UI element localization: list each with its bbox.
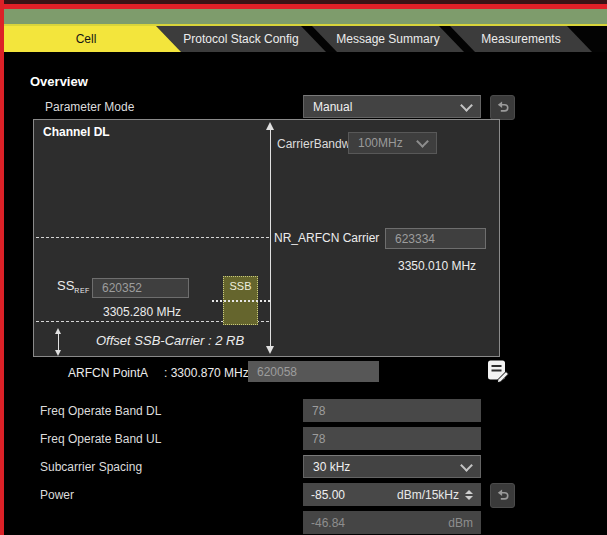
chevron-down-icon [460, 459, 473, 472]
green-header-bar [4, 9, 607, 24]
power-input[interactable]: -85.00 dBm/15kHz [303, 483, 481, 506]
subcarrier-spacing-select[interactable]: 30 kHz [303, 455, 481, 478]
undo-arrow-icon [495, 100, 510, 115]
power-total-unit: dBm [448, 516, 473, 530]
tab-message-summary-label: Message Summary [336, 32, 439, 46]
freq-band-dl-value: 78 [312, 404, 325, 418]
subcarrier-spacing-value: 30 kHz [313, 460, 350, 474]
tab-cell-label: Cell [76, 32, 97, 46]
arfcn-pointa-row: ARFCN PointA : 3300.870 MHz [68, 366, 249, 380]
power-value: -85.00 [311, 488, 345, 502]
ss-ref-value: 620352 [102, 281, 142, 295]
ssb-block-label: SSB [229, 280, 251, 292]
tab-measurements[interactable]: Measurements [450, 26, 592, 52]
arfcn-pointa-freq: : 3300.870 MHz [164, 366, 249, 380]
parameter-mode-select[interactable]: Manual [303, 95, 481, 118]
channel-dl-diagram: Channel DL CarrierBandwidth : 100MHz NR_… [33, 119, 500, 357]
chevron-down-icon [416, 135, 429, 148]
power-label: Power [40, 488, 74, 502]
power-total-value: -46.84 [311, 516, 345, 530]
freq-band-dl-input[interactable]: 78 [303, 399, 481, 422]
window-left-red-border [0, 0, 4, 535]
undo-arrow-icon [495, 488, 510, 503]
edit-note-button[interactable] [484, 358, 510, 384]
ss-ref-input[interactable]: 620352 [92, 278, 189, 298]
chevron-down-icon [460, 99, 473, 112]
tab-measurements-label: Measurements [481, 32, 560, 46]
freq-band-dl-label: Freq Operate Band DL [40, 404, 161, 418]
offset-arrow-down-icon [55, 350, 61, 356]
bandwidth-arrow-line [270, 128, 271, 348]
arfcn-pointa-label: ARFCN PointA [68, 366, 148, 380]
edit-note-icon [484, 358, 510, 384]
nr-arfcn-carrier-value: 623334 [395, 232, 435, 246]
offset-arrow-line [58, 333, 59, 351]
tab-protocol-stack-config-label: Protocol Stack Config [183, 32, 298, 46]
nr-arfcn-carrier-input[interactable]: 623334 [385, 228, 486, 249]
nr-arfcn-carrier-label: NR_ARFCN Carrier [274, 231, 379, 245]
page-title: Overview [30, 74, 88, 89]
ss-ref-freq: 3305.280 MHz [103, 305, 181, 319]
arfcn-pointa-value: 620058 [257, 365, 297, 379]
carrier-bandwidth-value: 100MHz [358, 136, 403, 150]
arfcn-pointa-input[interactable]: 620058 [248, 361, 379, 382]
bandwidth-arrow-up-icon [266, 122, 274, 130]
freq-band-ul-value: 78 [312, 432, 325, 446]
parameter-mode-label: Parameter Mode [45, 100, 134, 114]
offset-ssb-carrier-label: Offset SSB-Carrier : 2 RB [96, 333, 244, 348]
tab-message-summary[interactable]: Message Summary [312, 26, 464, 52]
power-reset-button[interactable] [490, 483, 515, 508]
carrier-bandwidth-select[interactable]: 100MHz [348, 132, 437, 154]
nr-arfcn-carrier-freq: 3350.010 MHz [398, 259, 476, 273]
freq-band-ul-label: Freq Operate Band UL [40, 432, 161, 446]
power-spinner[interactable] [465, 490, 473, 500]
power-total-field: -46.84 dBm [303, 511, 481, 534]
carrier-center-dashed-line [36, 237, 269, 238]
ss-ref-label-sub: REF [74, 287, 90, 294]
ss-ref-label-main: SS [57, 278, 74, 293]
parameter-mode-value: Manual [313, 100, 352, 114]
parameter-mode-reset-button[interactable] [490, 95, 515, 120]
tab-protocol-stack-config[interactable]: Protocol Stack Config [156, 26, 326, 52]
freq-band-ul-input[interactable]: 78 [303, 427, 481, 450]
tab-bar: Cell Protocol Stack Config Message Summa… [4, 26, 607, 52]
power-unit: dBm/15kHz [397, 488, 459, 502]
bandwidth-arrow-down-icon [266, 346, 274, 354]
subcarrier-spacing-label: Subcarrier Spacing [40, 460, 142, 474]
ssb-center-dotted-line [212, 300, 270, 302]
channel-dl-title: Channel DL [43, 125, 110, 139]
tab-cell[interactable]: Cell [4, 26, 182, 52]
